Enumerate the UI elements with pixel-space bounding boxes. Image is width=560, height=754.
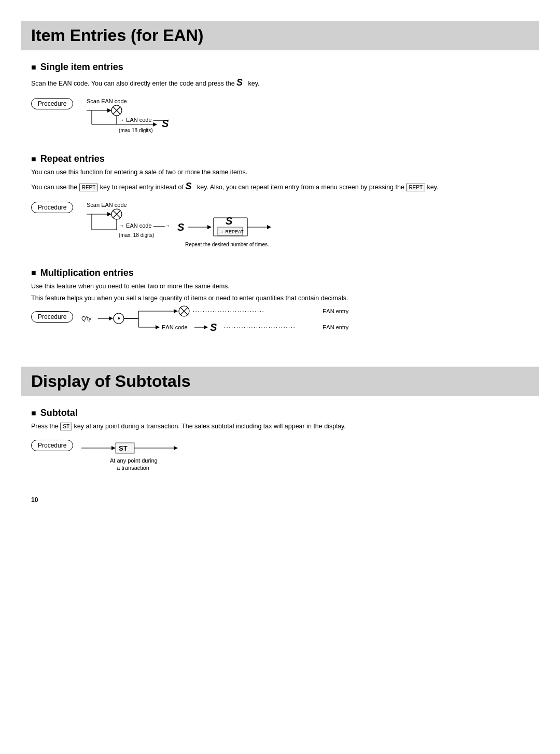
mult-title: Multiplication entries	[31, 268, 529, 278]
scan-label: Scan EAN code	[87, 98, 127, 104]
s-key-diag3: S	[210, 322, 217, 333]
section2-header: Display of Subtotals	[21, 367, 539, 396]
subtotal-procedure-badge: Procedure	[31, 440, 73, 451]
subtotal-procedure-area: Procedure ST At any point during a trans…	[31, 438, 529, 476]
subsection-multiplication: Multiplication entries Use this feature …	[31, 268, 529, 353]
s-key-diag: S	[162, 118, 169, 129]
arrow-r3	[267, 225, 271, 229]
ean-entry1: EAN entry	[323, 308, 349, 314]
section2: Display of Subtotals Subtotal Press the …	[31, 367, 529, 476]
at-any-point: At any point during	[110, 457, 158, 464]
repeat-desc: Repeat the desired number of times.	[185, 242, 269, 247]
mult-body2: This feature helps you when you sell a l…	[31, 294, 529, 303]
subtotal-body: Press the ST key at any point during a t…	[31, 422, 529, 431]
qty-label: Q'ty	[81, 315, 92, 322]
max-digits: (max.18 digits)	[119, 128, 153, 133]
single-procedure-badge: Procedure	[31, 98, 73, 109]
repeat-title: Repeat entries	[31, 153, 529, 164]
repeat-key-inline2: REPT	[406, 184, 425, 191]
dot	[118, 317, 120, 319]
mult-procedure-area: Procedure Q'ty	[31, 309, 529, 352]
s-key-diag2: S	[177, 221, 185, 233]
max-digits2: (max. 18 digits)	[119, 232, 154, 238]
arrow-r1	[107, 212, 111, 216]
subtotal-diagram-svg: ST At any point during a transaction	[81, 438, 278, 474]
repeat-procedure-area: Procedure Scan EAN code	[31, 200, 529, 253]
st-key-inline: ST	[60, 423, 72, 430]
repeat-body1: You can use this function for entering a…	[31, 167, 529, 177]
single-diagram: Scan EAN code → EAN code	[81, 96, 529, 139]
scan-label2: Scan EAN code	[87, 202, 127, 208]
dots2: ·····························	[224, 325, 296, 330]
single-procedure-area: Procedure Scan EAN code	[31, 96, 529, 139]
subsection-subtotal: Subtotal Press the ST key at any point d…	[31, 408, 529, 476]
subtotal-title: Subtotal	[31, 408, 529, 418]
repeat-diagram: Scan EAN code → EAN code ——→ S	[81, 200, 529, 253]
arrow-st1	[111, 446, 116, 450]
arrow-r2	[207, 225, 212, 229]
subsection-repeat: Repeat entries You can use this function…	[31, 153, 529, 253]
arrow1	[107, 108, 111, 113]
repeat-label: → REPEAT	[219, 229, 244, 234]
subsection-single: Single item entries Scan the EAN code. Y…	[31, 62, 529, 139]
s-key-inline: S	[236, 77, 243, 88]
single-body: Scan the EAN code. You can also directly…	[31, 76, 529, 90]
st-label: ST	[119, 444, 128, 452]
arrow-m4	[204, 325, 208, 329]
page-number: 10	[31, 496, 529, 504]
subtotal-diagram: ST At any point during a transaction	[81, 438, 529, 476]
single-title: Single item entries	[31, 62, 529, 73]
ean-entry2: EAN entry	[323, 324, 349, 330]
mult-diagram: Q'ty ···················	[81, 309, 529, 352]
section1: Item Entries (for EAN) Single item entri…	[31, 21, 529, 352]
a-transaction: a transaction	[117, 465, 149, 471]
mult-diagram-svg: Q'ty ···················	[81, 309, 382, 351]
arrow-st2	[174, 446, 178, 450]
ean-label2: → EAN code ——→	[119, 222, 171, 229]
s-key-box: S	[226, 215, 233, 227]
section1-title: Item Entries (for EAN)	[31, 26, 529, 45]
section1-header: Item Entries (for EAN)	[21, 21, 539, 50]
arrow2	[153, 122, 157, 127]
repeat-body2: You can use the REPT key to repeat entry…	[31, 179, 529, 193]
arrow-m2	[174, 309, 178, 313]
mult-body1: Use this feature when you need to enter …	[31, 282, 529, 291]
mult-procedure-badge: Procedure	[31, 311, 73, 323]
dots1: ·····························	[193, 309, 265, 314]
section2-title: Display of Subtotals	[31, 372, 529, 391]
single-diagram-svg: Scan EAN code → EAN code	[81, 96, 247, 137]
arrow-m3	[156, 325, 160, 329]
repeat-diagram-svg: Scan EAN code → EAN code ——→ S	[81, 200, 330, 252]
repeat-key-inline: REPT	[79, 184, 99, 191]
s-key-inline2: S	[186, 181, 192, 191]
repeat-procedure-badge: Procedure	[31, 202, 73, 213]
ean-code-label: EAN code	[162, 324, 188, 330]
arrow-m1	[109, 316, 113, 320]
